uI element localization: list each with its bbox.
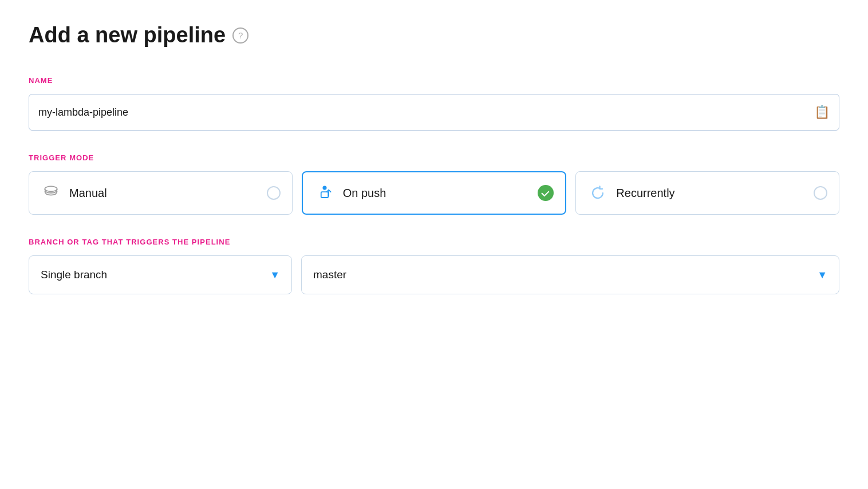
trigger-option-manual[interactable]: Manual bbox=[29, 171, 293, 215]
branch-options: Single branch ▼ master ▼ bbox=[29, 255, 839, 294]
help-icon[interactable]: ? bbox=[232, 27, 248, 44]
trigger-option-recurrently-left: Recurrently bbox=[587, 183, 674, 203]
branch-type-select[interactable]: Single branch ▼ bbox=[29, 255, 292, 294]
recurrently-icon bbox=[587, 183, 608, 203]
branch-type-value: Single branch bbox=[41, 269, 107, 281]
trigger-recurrently-radio bbox=[814, 186, 827, 200]
branch-label: BRANCH OR TAG THAT TRIGGERS THE PIPELINE bbox=[29, 238, 839, 246]
trigger-onpush-label: On push bbox=[343, 187, 386, 200]
trigger-option-recurrently[interactable]: Recurrently bbox=[575, 171, 839, 215]
trigger-option-manual-left: Manual bbox=[41, 183, 107, 203]
trigger-onpush-radio bbox=[538, 185, 554, 201]
trigger-option-onpush-left: On push bbox=[314, 183, 386, 203]
svg-rect-2 bbox=[321, 192, 328, 198]
trigger-manual-label: Manual bbox=[69, 187, 107, 200]
trigger-option-onpush[interactable]: On push bbox=[302, 171, 567, 215]
svg-point-1 bbox=[322, 186, 326, 190]
trigger-recurrently-label: Recurrently bbox=[616, 187, 674, 200]
trigger-manual-radio bbox=[267, 186, 281, 200]
trigger-options: Manual On push bbox=[29, 171, 839, 215]
branch-type-chevron: ▼ bbox=[270, 269, 280, 281]
page-title-container: Add a new pipeline ? bbox=[29, 23, 839, 48]
name-input-wrapper: 📋 bbox=[29, 94, 839, 131]
branch-section: BRANCH OR TAG THAT TRIGGERS THE PIPELINE… bbox=[29, 238, 839, 294]
name-section: NAME 📋 bbox=[29, 76, 839, 131]
trigger-label: TRIGGER MODE bbox=[29, 153, 839, 162]
svg-point-0 bbox=[45, 186, 57, 191]
branch-value-chevron: ▼ bbox=[817, 269, 827, 281]
list-icon: 📋 bbox=[814, 105, 830, 120]
name-label: NAME bbox=[29, 76, 839, 85]
manual-icon bbox=[41, 183, 61, 203]
onpush-icon bbox=[314, 183, 335, 203]
branch-value-select[interactable]: master ▼ bbox=[301, 255, 839, 294]
name-input[interactable] bbox=[38, 107, 814, 119]
page-title: Add a new pipeline bbox=[29, 23, 226, 48]
branch-value: master bbox=[313, 269, 346, 281]
trigger-section: TRIGGER MODE Manual bbox=[29, 153, 839, 215]
